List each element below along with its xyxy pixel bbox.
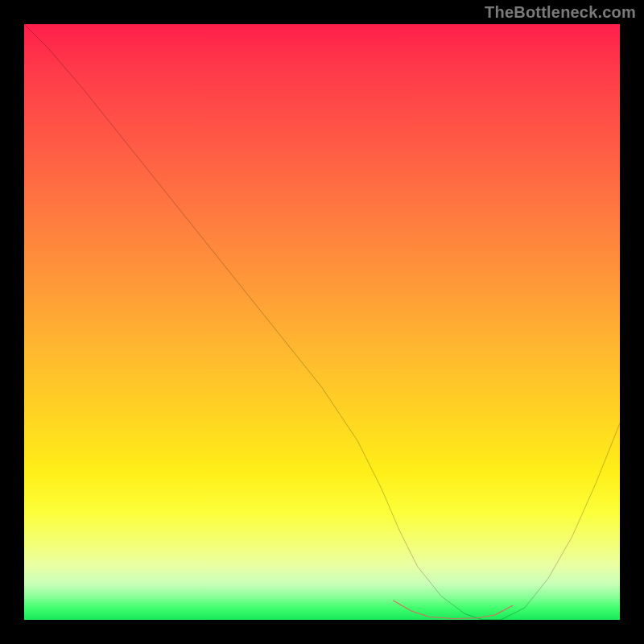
bottom-highlight-segment	[394, 601, 513, 618]
bottleneck-curve	[24, 24, 620, 620]
curve-svg	[24, 24, 620, 620]
watermark-text: TheBottleneck.com	[485, 3, 636, 22]
